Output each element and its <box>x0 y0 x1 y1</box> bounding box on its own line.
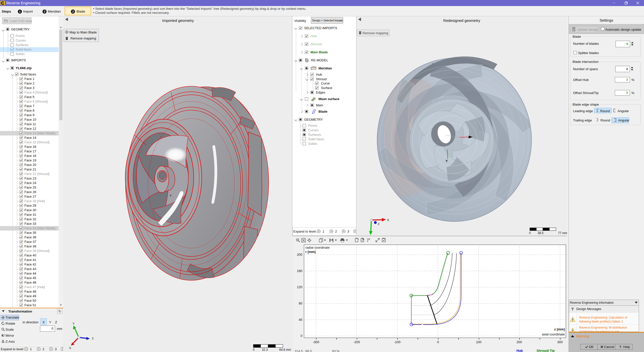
svg-text:X: X <box>69 346 71 350</box>
svg-text:38.5: 38.5 <box>538 231 544 235</box>
svg-text:64.6 mm: 64.6 mm <box>279 348 291 351</box>
svg-text:0: 0 <box>529 231 531 235</box>
svg-text:Y: Y <box>72 322 75 325</box>
svg-text:x: x <box>170 194 171 197</box>
svg-text:Z: Z <box>378 222 380 226</box>
svg-text:Y: Y <box>446 159 448 163</box>
svg-text:Z: Z <box>92 336 94 340</box>
svg-text:77 mm: 77 mm <box>558 231 567 235</box>
svg-text:0: 0 <box>253 348 255 351</box>
svg-text:32.3: 32.3 <box>262 348 268 351</box>
svg-text:X: X <box>387 218 389 222</box>
